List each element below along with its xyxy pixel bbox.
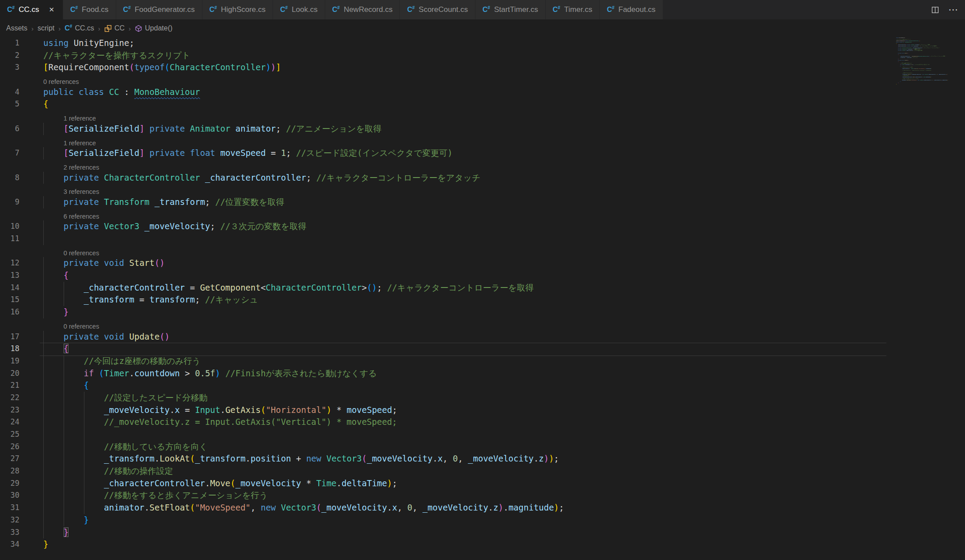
code-text: {: [43, 343, 68, 355]
breadcrumb-item-assets[interactable]: Assets: [6, 24, 27, 32]
tab-scorecount-cs[interactable]: C#ScoreCount.cs: [400, 0, 475, 19]
csharp-file-icon: C#: [65, 24, 72, 32]
close-icon[interactable]: ✕: [47, 5, 56, 14]
code-line-3: 3[RequireComponent(typeof(CharacterContr…: [0, 61, 965, 74]
code-line-8: 8 private CharacterController _character…: [0, 172, 965, 184]
line-number[interactable]: 10: [0, 220, 19, 233]
line-number[interactable]: 30: [0, 489, 19, 502]
csharp-file-icon: C#: [123, 5, 131, 14]
tab-label: CC.cs: [19, 5, 39, 14]
tab-food-cs[interactable]: C#Food.cs: [63, 0, 116, 19]
line-number[interactable]: 9: [0, 196, 19, 208]
breadcrumb-item-cccs[interactable]: C#CC.cs: [65, 24, 94, 32]
line-number[interactable]: 20: [0, 367, 19, 380]
line-number[interactable]: 17: [0, 331, 19, 343]
line-number[interactable]: 25: [0, 428, 19, 441]
line-number[interactable]: 12: [0, 257, 19, 269]
code-text: }: [43, 514, 89, 526]
breadcrumb-label: Update(): [145, 24, 172, 32]
breadcrumb-separator: ›: [58, 25, 61, 32]
line-number[interactable]: 1: [0, 37, 19, 49]
tab-bar: C#CC.cs✕C#Food.csC#FoodGenerator.csC#Hig…: [0, 0, 965, 19]
line-number[interactable]: 24: [0, 416, 19, 428]
code-line-33: 33 }: [0, 526, 965, 539]
tab-label: Food.cs: [82, 5, 108, 14]
tab-cc-cs[interactable]: C#CC.cs✕: [0, 0, 63, 19]
code-line-1: 1using UnityEngine;: [0, 37, 965, 49]
code-line-16: 16 }: [0, 306, 965, 318]
code-text: //移動をすると歩くアニメーションを行う: [43, 489, 268, 502]
line-number[interactable]: 2: [0, 49, 19, 62]
tab-timer-cs[interactable]: C#Timer.cs: [546, 0, 600, 19]
line-number[interactable]: 22: [0, 392, 19, 404]
tab-highscore-cs[interactable]: C#HighScore.cs: [202, 0, 273, 19]
line-number[interactable]: 19: [0, 355, 19, 367]
tab-foodgenerator-cs[interactable]: C#FoodGenerator.cs: [116, 0, 202, 19]
line-number[interactable]: 11: [0, 233, 19, 245]
tab-fadeout-cs[interactable]: C#Fadeout.cs: [600, 0, 663, 19]
line-number[interactable]: 27: [0, 453, 19, 465]
line-number[interactable]: 13: [0, 269, 19, 282]
code-text: _characterController = GetComponent<Char…: [43, 282, 534, 294]
line-number[interactable]: 14: [0, 282, 19, 294]
code-line-7: 7 [SerializeField] private float moveSpe…: [0, 147, 965, 159]
code-editor[interactable]: 1using UnityEngine;2//キャラクターを操作するスクリプト3[…: [0, 37, 965, 551]
line-number[interactable]: 8: [0, 172, 19, 184]
line-number[interactable]: 26: [0, 441, 19, 453]
line-number[interactable]: 33: [0, 526, 19, 539]
code-text: _transform.LookAt(_transform.position + …: [43, 453, 559, 465]
csharp-file-icon: C#: [332, 5, 340, 14]
line-number[interactable]: 6: [0, 123, 19, 135]
indent-guide: [43, 233, 44, 245]
breadcrumb-separator: ›: [98, 25, 100, 32]
line-number[interactable]: 4: [0, 86, 19, 98]
code-text: //設定したスピード分移動: [43, 392, 207, 404]
csharp-file-icon: C#: [70, 5, 78, 14]
code-text: _moveVelocity.x = Input.GetAxis("Horizon…: [43, 404, 397, 416]
breadcrumb-label: CC.cs: [75, 24, 94, 32]
tab-label: Timer.cs: [564, 5, 593, 14]
code-line-31: 31 animator.SetFloat("MoveSpeed", new Ve…: [0, 502, 965, 514]
line-number[interactable]: 32: [0, 514, 19, 526]
breadcrumb-item-update[interactable]: Update(): [135, 24, 172, 32]
code-line-30: 30 //移動をすると歩くアニメーションを行う: [0, 489, 965, 502]
code-line-12: 12 private void Start(): [0, 257, 965, 269]
breadcrumb-item-cc[interactable]: CC: [104, 24, 125, 32]
code-line-15: 15 _transform = transform; //キャッシュ: [0, 294, 965, 306]
line-number[interactable]: 16: [0, 306, 19, 318]
code-line-4: 4public class CC : MonoBehaviour: [0, 86, 965, 98]
code-line-20: 20 if (Timer.countdown > 0.5f) //Finishが…: [0, 367, 965, 380]
line-number[interactable]: 5: [0, 98, 19, 110]
line-number[interactable]: 34: [0, 538, 19, 551]
line-number[interactable]: 31: [0, 502, 19, 514]
codelens-row: 1 reference: [0, 110, 965, 123]
line-number[interactable]: 3: [0, 61, 19, 74]
code-line-11: 11: [0, 233, 965, 245]
code-text: _transform = transform; //キャッシュ: [43, 294, 258, 306]
code-text: [RequireComponent(typeof(CharacterContro…: [43, 61, 281, 74]
breadcrumb: Assets›script›C#CC.cs›CC›Update(): [0, 19, 965, 37]
breadcrumb-separator: ›: [31, 25, 34, 32]
breadcrumb-item-script[interactable]: script: [38, 24, 54, 32]
tab-look-cs[interactable]: C#Look.cs: [273, 0, 325, 19]
tab-starttimer-cs[interactable]: C#StartTimer.cs: [475, 0, 546, 19]
minimap[interactable]: using UnityEngine;//キャラクターを操作するスクリプト[Req…: [896, 37, 963, 99]
code-line-34: 34}: [0, 538, 965, 551]
tab-label: Look.cs: [292, 5, 318, 14]
tab-newrecord-cs[interactable]: C#NewRecord.cs: [325, 0, 400, 19]
line-number[interactable]: 28: [0, 465, 19, 477]
line-number[interactable]: 18: [0, 343, 19, 355]
line-number[interactable]: 29: [0, 477, 19, 490]
code-line-10: 10 private Vector3 _moveVelocity; //３次元の…: [0, 220, 965, 233]
indent-guide: [64, 428, 64, 441]
minimap-content: using UnityEngine;//キャラクターを操作するスクリプト[Req…: [896, 37, 903, 85]
code-line-13: 13 {: [0, 269, 965, 282]
line-number[interactable]: 23: [0, 404, 19, 416]
line-number[interactable]: 15: [0, 294, 19, 306]
tab-bar-actions: ⋯: [924, 0, 965, 19]
split-editor-icon[interactable]: [931, 6, 939, 14]
more-actions-icon[interactable]: ⋯: [948, 5, 958, 15]
line-number[interactable]: 7: [0, 147, 19, 159]
line-number[interactable]: 21: [0, 379, 19, 392]
code-text: using UnityEngine;: [43, 37, 134, 49]
